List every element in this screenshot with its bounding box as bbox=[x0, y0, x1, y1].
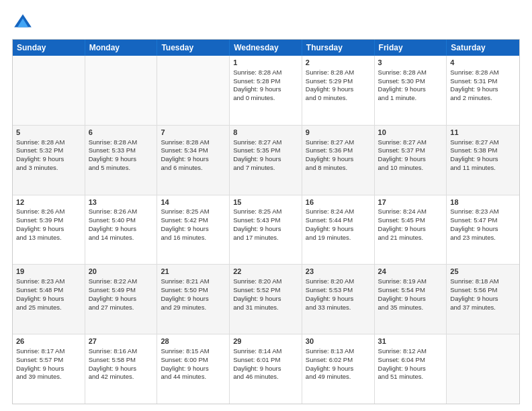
calendar-cell-18: 16Sunrise: 8:24 AMSunset: 5:44 PMDayligh… bbox=[302, 195, 375, 265]
day-number: 8 bbox=[233, 128, 298, 138]
day-number: 27 bbox=[89, 336, 154, 347]
day-number: 12 bbox=[16, 197, 81, 208]
day-number: 30 bbox=[306, 336, 371, 347]
logo-icon bbox=[12, 12, 34, 34]
calendar-cell-33: 31Sunrise: 8:12 AMSunset: 6:04 PMDayligh… bbox=[375, 334, 447, 404]
day-number: 19 bbox=[16, 267, 81, 277]
cell-details: Sunrise: 8:28 AMSunset: 5:30 PMDaylight:… bbox=[378, 68, 443, 103]
day-number: 17 bbox=[378, 197, 443, 208]
calendar-cell-13: 11Sunrise: 8:27 AMSunset: 5:38 PMDayligh… bbox=[447, 126, 519, 195]
day-number: 16 bbox=[306, 197, 371, 208]
day-number: 28 bbox=[161, 336, 226, 347]
calendar-cell-32: 30Sunrise: 8:13 AMSunset: 6:02 PMDayligh… bbox=[302, 334, 375, 404]
day-number: 23 bbox=[306, 267, 371, 277]
day-number: 14 bbox=[161, 197, 226, 208]
cell-details: Sunrise: 8:28 AMSunset: 5:29 PMDaylight:… bbox=[306, 68, 371, 103]
calendar-cell-27: 25Sunrise: 8:18 AMSunset: 5:56 PMDayligh… bbox=[447, 265, 519, 334]
calendar-cell-11: 9Sunrise: 8:27 AMSunset: 5:36 PMDaylight… bbox=[302, 126, 375, 195]
cell-details: Sunrise: 8:12 AMSunset: 6:04 PMDaylight:… bbox=[378, 347, 443, 381]
day-number: 20 bbox=[89, 267, 154, 277]
day-number: 6 bbox=[89, 128, 154, 138]
cell-details: Sunrise: 8:27 AMSunset: 5:37 PMDaylight:… bbox=[378, 138, 443, 173]
day-number: 15 bbox=[233, 197, 298, 208]
calendar-cell-16: 14Sunrise: 8:25 AMSunset: 5:42 PMDayligh… bbox=[157, 195, 230, 265]
cell-details: Sunrise: 8:26 AMSunset: 5:40 PMDaylight:… bbox=[89, 208, 154, 242]
header-day-monday: Monday bbox=[85, 40, 158, 56]
page: SundayMondayTuesdayWednesdayThursdayFrid… bbox=[0, 0, 532, 411]
day-number: 3 bbox=[378, 58, 443, 68]
day-number: 29 bbox=[233, 336, 298, 347]
cell-details: Sunrise: 8:21 AMSunset: 5:50 PMDaylight:… bbox=[161, 277, 226, 312]
cell-details: Sunrise: 8:28 AMSunset: 5:33 PMDaylight:… bbox=[89, 138, 154, 173]
header-day-saturday: Saturday bbox=[447, 40, 519, 56]
header-day-friday: Friday bbox=[375, 40, 447, 56]
cell-details: Sunrise: 8:28 AMSunset: 5:31 PMDaylight:… bbox=[450, 68, 516, 103]
cell-details: Sunrise: 8:23 AMSunset: 5:47 PMDaylight:… bbox=[450, 208, 516, 242]
day-number: 21 bbox=[161, 267, 226, 277]
header-day-sunday: Sunday bbox=[13, 40, 85, 56]
cell-details: Sunrise: 8:20 AMSunset: 5:52 PMDaylight:… bbox=[233, 277, 298, 312]
calendar-cell-31: 29Sunrise: 8:14 AMSunset: 6:01 PMDayligh… bbox=[230, 334, 302, 404]
cell-details: Sunrise: 8:17 AMSunset: 5:57 PMDaylight:… bbox=[16, 347, 81, 381]
header-day-thursday: Thursday bbox=[302, 40, 375, 56]
header-day-wednesday: Wednesday bbox=[230, 40, 302, 56]
day-number: 1 bbox=[233, 58, 298, 68]
day-number: 4 bbox=[450, 58, 516, 68]
calendar-cell-17: 15Sunrise: 8:25 AMSunset: 5:43 PMDayligh… bbox=[230, 195, 302, 265]
header bbox=[12, 12, 520, 34]
cell-details: Sunrise: 8:14 AMSunset: 6:01 PMDaylight:… bbox=[233, 347, 298, 381]
header-day-tuesday: Tuesday bbox=[157, 40, 230, 56]
calendar-cell-23: 21Sunrise: 8:21 AMSunset: 5:50 PMDayligh… bbox=[157, 265, 230, 334]
cell-details: Sunrise: 8:18 AMSunset: 5:56 PMDaylight:… bbox=[450, 277, 516, 312]
calendar-week-1: 1Sunrise: 8:28 AMSunset: 5:28 PMDaylight… bbox=[13, 56, 519, 125]
cell-details: Sunrise: 8:27 AMSunset: 5:36 PMDaylight:… bbox=[306, 138, 371, 173]
calendar-cell-7: 5Sunrise: 8:28 AMSunset: 5:32 PMDaylight… bbox=[13, 126, 85, 195]
calendar-cell-22: 20Sunrise: 8:22 AMSunset: 5:49 PMDayligh… bbox=[85, 265, 158, 334]
logo bbox=[12, 12, 38, 34]
calendar-cell-26: 24Sunrise: 8:19 AMSunset: 5:54 PMDayligh… bbox=[375, 265, 447, 334]
calendar-cell-3: 1Sunrise: 8:28 AMSunset: 5:28 PMDaylight… bbox=[230, 56, 302, 125]
day-number: 11 bbox=[450, 128, 516, 138]
calendar-cell-4: 2Sunrise: 8:28 AMSunset: 5:29 PMDaylight… bbox=[302, 56, 375, 125]
day-number: 25 bbox=[450, 267, 516, 277]
calendar: SundayMondayTuesdayWednesdayThursdayFrid… bbox=[12, 39, 520, 404]
calendar-cell-30: 28Sunrise: 8:15 AMSunset: 6:00 PMDayligh… bbox=[157, 334, 230, 404]
cell-details: Sunrise: 8:27 AMSunset: 5:35 PMDaylight:… bbox=[233, 138, 298, 173]
cell-details: Sunrise: 8:23 AMSunset: 5:48 PMDaylight:… bbox=[16, 277, 81, 312]
day-number: 7 bbox=[161, 128, 226, 138]
cell-details: Sunrise: 8:27 AMSunset: 5:38 PMDaylight:… bbox=[450, 138, 516, 173]
calendar-cell-28: 26Sunrise: 8:17 AMSunset: 5:57 PMDayligh… bbox=[13, 334, 85, 404]
calendar-body: 1Sunrise: 8:28 AMSunset: 5:28 PMDaylight… bbox=[13, 56, 519, 404]
cell-details: Sunrise: 8:28 AMSunset: 5:32 PMDaylight:… bbox=[16, 138, 81, 173]
calendar-week-4: 19Sunrise: 8:23 AMSunset: 5:48 PMDayligh… bbox=[13, 264, 519, 334]
cell-details: Sunrise: 8:25 AMSunset: 5:43 PMDaylight:… bbox=[233, 208, 298, 242]
cell-details: Sunrise: 8:22 AMSunset: 5:49 PMDaylight:… bbox=[89, 277, 154, 312]
calendar-cell-2 bbox=[157, 56, 230, 125]
day-number: 2 bbox=[306, 58, 371, 68]
calendar-cell-6: 4Sunrise: 8:28 AMSunset: 5:31 PMDaylight… bbox=[447, 56, 519, 125]
calendar-cell-0 bbox=[13, 56, 85, 125]
calendar-cell-8: 6Sunrise: 8:28 AMSunset: 5:33 PMDaylight… bbox=[85, 126, 158, 195]
calendar-cell-12: 10Sunrise: 8:27 AMSunset: 5:37 PMDayligh… bbox=[375, 126, 447, 195]
cell-details: Sunrise: 8:28 AMSunset: 5:28 PMDaylight:… bbox=[233, 68, 298, 103]
cell-details: Sunrise: 8:13 AMSunset: 6:02 PMDaylight:… bbox=[306, 347, 371, 381]
day-number: 5 bbox=[16, 128, 81, 138]
calendar-cell-5: 3Sunrise: 8:28 AMSunset: 5:30 PMDaylight… bbox=[375, 56, 447, 125]
calendar-cell-20: 18Sunrise: 8:23 AMSunset: 5:47 PMDayligh… bbox=[447, 195, 519, 265]
calendar-cell-25: 23Sunrise: 8:20 AMSunset: 5:53 PMDayligh… bbox=[302, 265, 375, 334]
day-number: 24 bbox=[378, 267, 443, 277]
calendar-cell-1 bbox=[85, 56, 158, 125]
calendar-cell-29: 27Sunrise: 8:16 AMSunset: 5:58 PMDayligh… bbox=[85, 334, 158, 404]
cell-details: Sunrise: 8:15 AMSunset: 6:00 PMDaylight:… bbox=[161, 347, 226, 381]
cell-details: Sunrise: 8:28 AMSunset: 5:34 PMDaylight:… bbox=[161, 138, 226, 173]
calendar-cell-19: 17Sunrise: 8:24 AMSunset: 5:45 PMDayligh… bbox=[375, 195, 447, 265]
calendar-week-5: 26Sunrise: 8:17 AMSunset: 5:57 PMDayligh… bbox=[13, 334, 519, 404]
day-number: 22 bbox=[233, 267, 298, 277]
calendar-cell-15: 13Sunrise: 8:26 AMSunset: 5:40 PMDayligh… bbox=[85, 195, 158, 265]
cell-details: Sunrise: 8:16 AMSunset: 5:58 PMDaylight:… bbox=[89, 347, 154, 381]
calendar-week-3: 12Sunrise: 8:26 AMSunset: 5:39 PMDayligh… bbox=[13, 195, 519, 265]
calendar-cell-14: 12Sunrise: 8:26 AMSunset: 5:39 PMDayligh… bbox=[13, 195, 85, 265]
day-number: 10 bbox=[378, 128, 443, 138]
calendar-cell-21: 19Sunrise: 8:23 AMSunset: 5:48 PMDayligh… bbox=[13, 265, 85, 334]
day-number: 18 bbox=[450, 197, 516, 208]
